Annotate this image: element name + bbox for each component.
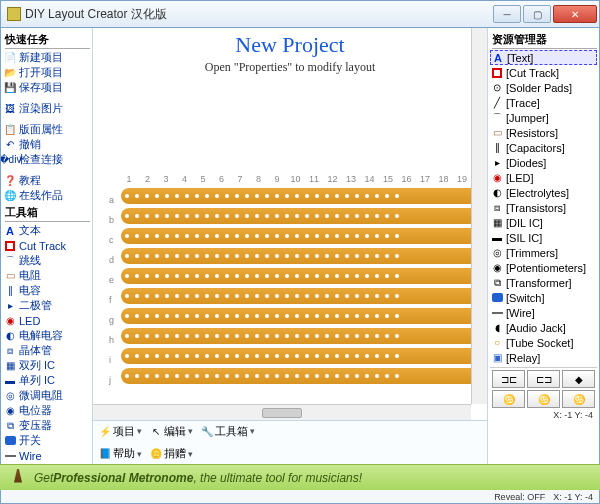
resource-item-14[interactable]: ◉[Potentiometers] <box>490 260 597 275</box>
board-row[interactable] <box>121 228 483 244</box>
tool-item-1[interactable]: Cut Track <box>3 238 90 253</box>
switch-icon <box>491 292 503 304</box>
resource-item-3[interactable]: ╱[Trace] <box>490 95 597 110</box>
resource-item-10[interactable]: ⧈[Transistors] <box>490 200 597 215</box>
toolbar-group-4[interactable]: 🪙捐赠▾ <box>150 446 193 461</box>
promo-banner[interactable]: Get Professional Metronome , the ultimat… <box>0 464 600 490</box>
quick-label: 版面属性 <box>19 122 63 137</box>
tool-item-4[interactable]: ‖电容 <box>3 283 90 298</box>
toolbar-group-2[interactable]: 🔧工具箱▾ <box>201 424 255 439</box>
quick-item-3[interactable]: 🖼渲染图片 <box>3 101 90 116</box>
resource-item-6[interactable]: ‖[Capacitors] <box>490 140 597 155</box>
board-row[interactable] <box>121 288 483 304</box>
right-sidebar: 资源管理器 A[Text][Cut Track]⊙[Solder Pads]╱[… <box>487 28 599 464</box>
resource-item-18[interactable]: ◖[Audio Jack] <box>490 320 597 335</box>
quick-item-8[interactable]: 🌐在线作品 <box>3 188 90 203</box>
jack-icon: ◖ <box>491 322 503 334</box>
ctrl-btn-r1-1[interactable]: ⊏⊐ <box>527 370 560 388</box>
stripboard[interactable] <box>121 188 483 388</box>
ctrl-btn-r2-2[interactable]: ♋ <box>562 390 595 408</box>
tool-item-6[interactable]: ◉LED <box>3 313 90 328</box>
resource-item-4[interactable]: ⌒[Jumper] <box>490 110 597 125</box>
resource-label: [Wire] <box>506 307 535 319</box>
resource-label: [Transformer] <box>506 277 572 289</box>
ctrl-btn-r1-0[interactable]: ⊐⊏ <box>492 370 525 388</box>
resource-item-17[interactable]: [Wire] <box>490 305 597 320</box>
ctrl-btn-r1-2[interactable]: ◆ <box>562 370 595 388</box>
tool-item-3[interactable]: ▭电阻 <box>3 268 90 283</box>
resource-label: [Relay] <box>506 352 540 364</box>
resource-item-1[interactable]: [Cut Track] <box>490 65 597 80</box>
tool-label: 跳线 <box>19 253 41 268</box>
switch-icon <box>4 435 16 447</box>
wrench-icon: 🔧 <box>201 425 213 437</box>
toolbar-group-1[interactable]: ↖编辑▾ <box>150 424 193 439</box>
window-title: DIY Layout Creator 汉化版 <box>25 6 493 23</box>
board-row[interactable] <box>121 208 483 224</box>
close-button[interactable]: ✕ <box>553 5 597 23</box>
board-row[interactable] <box>121 308 483 324</box>
link-icon: �div <box>4 154 16 166</box>
toolbar-group-0[interactable]: ⚡项目▾ <box>99 424 142 439</box>
tool-item-13[interactable]: ⧉变压器 <box>3 418 90 433</box>
resource-item-12[interactable]: ▬[SIL IC] <box>490 230 597 245</box>
resource-item-13[interactable]: ◎[Trimmers] <box>490 245 597 260</box>
ctrl-btn-r2-1[interactable]: ♋ <box>527 390 560 408</box>
board-row[interactable] <box>121 368 483 384</box>
board-row[interactable] <box>121 268 483 284</box>
quick-item-7[interactable]: ❓教程 <box>3 173 90 188</box>
tool-item-14[interactable]: 开关 <box>3 433 90 448</box>
tool-label: 电阻 <box>19 268 41 283</box>
ctrl-btn-r2-0[interactable]: ♋ <box>492 390 525 408</box>
chevron-down-icon: ▾ <box>188 426 193 436</box>
quick-item-5[interactable]: ↶撤销 <box>3 137 90 152</box>
pad-icon: ⊙ <box>491 82 503 94</box>
resource-item-5[interactable]: ▭[Resistors] <box>490 125 597 140</box>
resource-item-20[interactable]: ▣[Relay] <box>490 350 597 365</box>
horizontal-scrollbar[interactable] <box>93 404 471 420</box>
toolbox-title: 工具箱 <box>5 205 90 222</box>
maximize-button[interactable]: ▢ <box>523 5 551 23</box>
canvas[interactable]: New Project Open "Properties" to modify … <box>93 28 487 420</box>
quick-item-4[interactable]: 📋版面属性 <box>3 122 90 137</box>
resource-label: [Tube Socket] <box>506 337 573 349</box>
tool-item-5[interactable]: ▸二极管 <box>3 298 90 313</box>
minimize-button[interactable]: ─ <box>493 5 521 23</box>
quick-item-0[interactable]: 📄新建项目 <box>3 50 90 65</box>
row-labels: abcdefghij <box>109 190 114 390</box>
tool-item-12[interactable]: ◉电位器 <box>3 403 90 418</box>
quick-item-2[interactable]: 💾保存项目 <box>3 80 90 95</box>
resource-item-2[interactable]: ⊙[Solder Pads] <box>490 80 597 95</box>
sil-icon: ▬ <box>491 232 503 244</box>
tool-item-11[interactable]: ◎微调电阻 <box>3 388 90 403</box>
quick-item-6[interactable]: �div检查连接 <box>3 152 90 167</box>
toolbar-label: 捐赠 <box>164 446 186 461</box>
coin-icon: 🪙 <box>150 448 162 460</box>
tool-item-0[interactable]: A文本 <box>3 223 90 238</box>
tool-item-7[interactable]: ◐电解电容 <box>3 328 90 343</box>
tool-label: 开关 <box>19 433 41 448</box>
resource-item-19[interactable]: ○[Tube Socket] <box>490 335 597 350</box>
tool-item-9[interactable]: ▦双列 IC <box>3 358 90 373</box>
resource-item-11[interactable]: ▦[DIL IC] <box>490 215 597 230</box>
tool-item-10[interactable]: ▬单列 IC <box>3 373 90 388</box>
board-row[interactable] <box>121 248 483 264</box>
scroll-thumb[interactable] <box>262 408 302 418</box>
tool-item-2[interactable]: ⌒跳线 <box>3 253 90 268</box>
resource-item-0[interactable]: A[Text] <box>490 50 597 65</box>
resource-item-8[interactable]: ◉[LED] <box>490 170 597 185</box>
toolbar-group-3[interactable]: 📘帮助▾ <box>99 446 142 461</box>
resource-item-7[interactable]: ▸[Diodes] <box>490 155 597 170</box>
tool-item-15[interactable]: Wire <box>3 448 90 463</box>
board-row[interactable] <box>121 328 483 344</box>
quick-label: 打开项目 <box>19 65 63 80</box>
resource-item-9[interactable]: ◐[Electrolytes] <box>490 185 597 200</box>
resource-item-16[interactable]: [Switch] <box>490 290 597 305</box>
quick-item-1[interactable]: 📂打开项目 <box>3 65 90 80</box>
board-row[interactable] <box>121 348 483 364</box>
board-row[interactable] <box>121 188 483 204</box>
resource-item-15[interactable]: ⧉[Transformer] <box>490 275 597 290</box>
tool-label: 电位器 <box>19 403 52 418</box>
tool-item-8[interactable]: ⧈晶体管 <box>3 343 90 358</box>
vertical-scrollbar[interactable] <box>471 28 487 404</box>
